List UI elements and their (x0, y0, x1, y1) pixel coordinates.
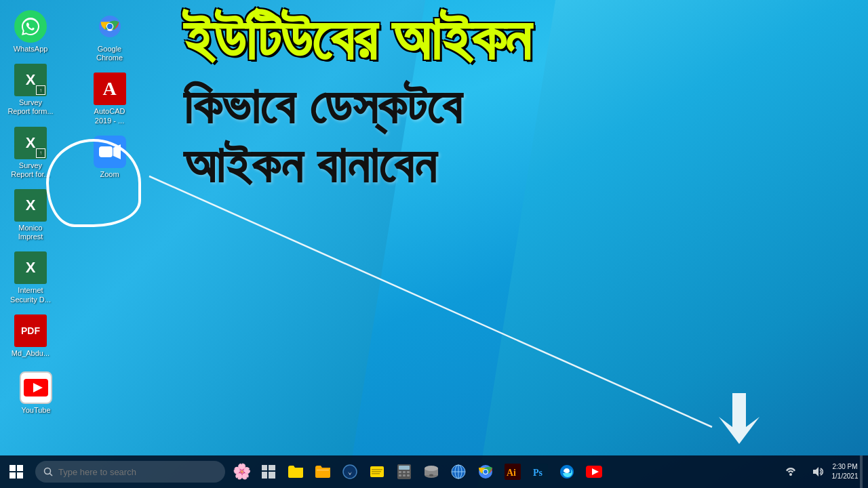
chrome-desktop-icon[interactable]: ইউটিউবের আইকন GoogleChrome (83, 7, 137, 66)
pdf-icon[interactable]: PDF Md_Abdu... (3, 311, 58, 361)
subtitle-line2: আইকন বানাবেন (183, 137, 848, 193)
svg-line-10 (50, 474, 53, 476)
taskbar-calculator-icon[interactable] (391, 455, 418, 488)
search-input[interactable] (58, 467, 208, 477)
zoom-label: Zoom (100, 170, 119, 179)
svg-rect-11 (262, 465, 267, 470)
svg-rect-12 (269, 465, 275, 470)
desktop: WhatsApp X ↑ SurveyReport form... X ↑ (0, 0, 868, 488)
youtube-label: YouTube (21, 406, 50, 415)
svg-point-33 (429, 474, 433, 476)
show-desktop-button[interactable] (860, 455, 863, 488)
svg-rect-25 (403, 471, 406, 473)
svg-rect-20 (372, 471, 381, 472)
taskbar-explorer-icon[interactable] (309, 455, 336, 488)
svg-rect-28 (403, 474, 406, 476)
taskbar: 🌸 (0, 455, 868, 488)
autocad-icon[interactable]: A AutoCAD2019 - ... (83, 69, 137, 128)
taskbar-right-area: 2:30 PM 1/1/2021 (777, 455, 868, 488)
taskbar-volume-icon[interactable] (804, 455, 831, 488)
search-bar[interactable] (35, 461, 225, 483)
svg-rect-21 (372, 473, 380, 474)
illustrator-taskbar-icon[interactable]: Ai (499, 455, 526, 488)
svg-rect-26 (407, 471, 410, 473)
youtube-taskbar-icon[interactable] (580, 455, 608, 488)
taskbar-folder-icon[interactable] (282, 455, 309, 488)
internet-security-label: InternetSecurity D... (10, 286, 51, 304)
taskbar-drive-icon[interactable] (418, 455, 445, 488)
whatsapp-label: WhatsApp (14, 45, 48, 54)
svg-rect-27 (399, 474, 401, 476)
taskbar-download-icon[interactable] (336, 455, 363, 488)
svg-point-32 (425, 466, 438, 471)
svg-text:Ps: Ps (533, 468, 543, 478)
svg-rect-14 (269, 472, 275, 479)
edge-taskbar-icon[interactable] (553, 455, 580, 488)
svg-point-9 (45, 468, 51, 474)
zoom-icon[interactable]: Zoom (83, 132, 137, 182)
taskbar-flower-icon[interactable]: 🌸 (228, 455, 255, 488)
survey2-icon[interactable]: X ↑ SurveyReport for... (3, 123, 58, 182)
internet-security-icon[interactable]: X InternetSecurity D... (3, 248, 58, 307)
svg-rect-23 (399, 466, 410, 470)
survey1-icon[interactable]: X ↑ SurveyReport form... (3, 60, 58, 119)
subtitle-line1: কিভাবে ডেস্কটবে (183, 78, 848, 134)
monico-icon[interactable]: X MonicoImprest (3, 186, 58, 245)
survey2-label: SurveyReport for... (11, 161, 50, 179)
svg-text:Ai: Ai (507, 468, 516, 478)
chrome-label-text: GoogleChrome (96, 45, 123, 62)
task-view-button[interactable] (255, 455, 282, 488)
start-button[interactable] (0, 455, 33, 488)
svg-point-16 (343, 465, 357, 479)
svg-point-47 (789, 473, 792, 476)
taskbar-globe-icon[interactable] (445, 455, 472, 488)
youtube-desktop-icon[interactable]: YouTube (9, 368, 63, 418)
svg-marker-48 (813, 467, 818, 476)
svg-rect-15 (317, 470, 329, 470)
taskbar-files-icon[interactable] (363, 455, 391, 488)
icons-area: WhatsApp X ↑ SurveyReport form... X ↑ (0, 0, 156, 447)
taskbar-time[interactable]: 2:30 PM 1/1/2021 (831, 455, 859, 488)
svg-rect-19 (372, 469, 382, 470)
main-title: ইউটিউবের আইকন (183, 7, 848, 71)
whatsapp-icon-desktop[interactable]: WhatsApp (3, 7, 58, 57)
autocad-label: AutoCAD2019 - ... (94, 107, 125, 125)
svg-rect-6 (99, 146, 113, 157)
svg-rect-13 (262, 472, 267, 479)
taskbar-network-icon[interactable] (777, 455, 804, 488)
photoshop-taskbar-icon[interactable]: Ps (526, 455, 553, 488)
svg-rect-29 (407, 474, 410, 476)
overlay-text-area: ইউটিউবের আইকন কিভাবে ডেস্কটবে আইকন বানাব… (170, 0, 861, 461)
svg-point-5 (107, 24, 113, 29)
survey1-label: SurveyReport form... (7, 98, 53, 116)
pdf-label: Md_Abdu... (12, 349, 50, 358)
chrome-taskbar-icon[interactable] (472, 455, 499, 488)
monico-label: MonicoImprest (18, 224, 43, 241)
svg-point-40 (484, 470, 488, 474)
svg-marker-7 (113, 144, 121, 159)
svg-rect-24 (399, 471, 401, 473)
